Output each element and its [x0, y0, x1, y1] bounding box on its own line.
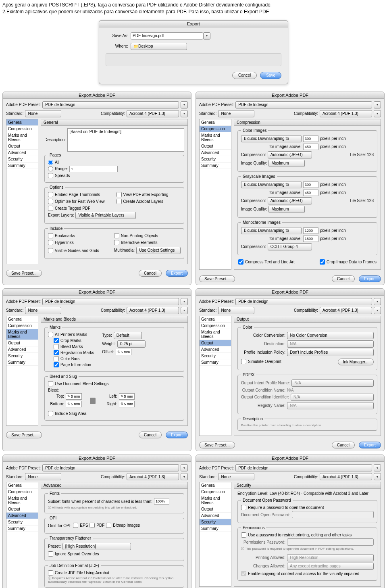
sidebar-item-general[interactable]: General — [200, 482, 231, 489]
sidebar-item-compression[interactable]: Compression — [200, 489, 231, 495]
sidebar-item-security[interactable]: Security — [200, 519, 231, 525]
preset-select[interactable]: PDF de Indesign — [235, 101, 372, 108]
save-as-dropdown[interactable] — [203, 32, 210, 40]
nonprinting-check[interactable]: Non-Printing Objects — [114, 233, 181, 238]
subset-input[interactable] — [154, 498, 169, 505]
preset-arrow[interactable] — [181, 464, 188, 471]
sidebar-item-summary[interactable]: Summary — [6, 525, 38, 532]
bookmarks-check[interactable]: Bookmarks — [48, 233, 110, 238]
sidebar-item-advanced[interactable]: Advanced — [200, 513, 231, 519]
sidebar-item-output[interactable]: Output — [200, 506, 231, 513]
cancel-button[interactable]: Cancel — [332, 442, 355, 448]
reg-marks-check[interactable]: Registration Marks — [54, 350, 94, 355]
sidebar-item-advanced[interactable]: Advanced — [6, 346, 38, 353]
preset-arrow[interactable] — [374, 101, 381, 108]
bleed-left[interactable]: 5 mm — [119, 393, 135, 400]
preset-select[interactable]: PDF de Indesign — [42, 101, 179, 108]
compat-select[interactable]: Acrobat 4 (PDF 1.3) — [320, 110, 372, 117]
above-value[interactable] — [303, 236, 318, 242]
compat-arrow[interactable] — [374, 307, 381, 314]
cancel-button[interactable]: Cancel — [139, 270, 162, 277]
sidebar-item-advanced[interactable]: Advanced — [200, 150, 231, 156]
sidebar-item-marks-and-bleeds[interactable]: Marks and Bleeds — [200, 495, 231, 506]
preset-select[interactable]: PDF de Indesign — [235, 298, 372, 305]
guides-check[interactable]: Visible Guides and Grids — [48, 247, 110, 254]
compat-arrow[interactable] — [181, 110, 188, 117]
sidebar-item-general[interactable]: General — [6, 316, 38, 323]
export-button[interactable]: Export — [166, 432, 188, 438]
standard-select[interactable]: None — [25, 110, 61, 117]
ink-manager-button[interactable]: Ink Manager... — [338, 359, 374, 365]
sidebar-item-output[interactable]: Output — [6, 340, 38, 346]
compat-arrow[interactable] — [374, 473, 381, 480]
sidebar-item-output[interactable]: Output — [6, 506, 38, 513]
page-info-check[interactable]: Page Information — [54, 362, 94, 367]
export-button[interactable]: Export — [359, 442, 381, 448]
preset-select[interactable]: PDF de Indesign — [42, 464, 179, 471]
sidebar-item-security[interactable]: Security — [6, 519, 38, 525]
compat-select[interactable]: Acrobat 4 (PDF 1.3) — [127, 307, 179, 314]
preset-select[interactable]: PDF de Indesign — [42, 298, 179, 305]
require-pw-check[interactable]: Require a password to open the document — [241, 505, 374, 510]
cancel-button[interactable]: Cancel — [139, 432, 162, 438]
sidebar-item-summary[interactable]: Summary — [200, 359, 231, 366]
range-input[interactable] — [69, 166, 118, 172]
view-after-check[interactable]: View PDF after Exporting — [117, 192, 181, 197]
downsample-value[interactable] — [303, 181, 318, 188]
sidebar-item-security[interactable]: Security — [6, 156, 38, 163]
multimedia-select[interactable]: Use Object Settings — [136, 247, 181, 254]
offset-stepper[interactable]: 5 mm — [116, 349, 132, 355]
quality-select[interactable]: Maximum — [268, 206, 305, 213]
preset-arrow[interactable] — [181, 101, 188, 108]
compat-arrow[interactable] — [181, 307, 188, 314]
bleed-right[interactable]: 5 mm — [119, 401, 135, 407]
sidebar-item-summary[interactable]: Summary — [200, 525, 231, 532]
use-doc-bleed-check[interactable]: Use Document Bleed Settings — [48, 381, 181, 386]
compat-select[interactable]: Acrobat 4 (PDF 1.3) — [320, 473, 372, 480]
sidebar-item-compression[interactable]: Compression — [200, 323, 231, 329]
sidebar-item-compression[interactable]: Compression — [6, 489, 38, 495]
use-perm-pw-check[interactable]: Use a password to restrict printing, edi… — [241, 532, 374, 538]
standard-select[interactable]: None — [218, 110, 254, 117]
interactive-check[interactable]: Interactive Elements — [114, 240, 181, 245]
compat-select[interactable]: Acrobat 4 (PDF 1.3) — [320, 307, 372, 314]
save-preset-button[interactable]: Save Preset... — [6, 270, 42, 277]
crop-marks-check[interactable]: Crop Marks — [54, 338, 94, 343]
above-value[interactable] — [303, 190, 318, 196]
sidebar-item-general[interactable]: General — [6, 119, 38, 126]
profile-select[interactable]: Don't Include Profiles — [287, 349, 374, 356]
range-radio[interactable] — [48, 166, 53, 171]
preset-arrow[interactable] — [374, 464, 381, 471]
preset-arrow[interactable] — [181, 298, 188, 305]
color-conv-select[interactable]: No Color Conversion — [287, 332, 374, 339]
embed-check[interactable]: Embed Page Thumbnails — [48, 192, 112, 197]
where-select[interactable]: 📁 Desktop — [131, 43, 187, 50]
compat-select[interactable]: Acrobat 4 (PDF 1.3) — [127, 473, 179, 480]
preset-select[interactable]: PDF de Indesign — [235, 464, 372, 471]
hyperlinks-check[interactable]: Hyperlinks — [48, 240, 110, 245]
bleed-marks-check[interactable]: Bleed Marks — [54, 344, 94, 349]
standard-select[interactable]: None — [218, 307, 254, 314]
crop-frames-check[interactable]: Crop Image Data to Frames — [320, 259, 377, 265]
export-button[interactable]: Export — [359, 275, 381, 282]
sidebar-item-security[interactable]: Security — [6, 353, 38, 359]
sidebar-item-output[interactable]: Output — [200, 340, 231, 346]
all-radio[interactable] — [48, 160, 53, 165]
description-box[interactable]: [Based on 'PDF de Indesign'] — [67, 128, 184, 152]
sidebar-item-marks-and-bleeds[interactable]: Marks and Bleeds — [200, 329, 231, 340]
sidebar-item-compression[interactable]: Compression — [6, 323, 38, 329]
marks-type-select[interactable]: Default — [114, 332, 142, 339]
acro-layers-check[interactable]: Create Acrobat Layers — [117, 199, 181, 204]
compression-select[interactable]: CCITT Group 4 — [268, 243, 312, 250]
sidebar-item-security[interactable]: Security — [200, 353, 231, 359]
spreads-check[interactable]: Spreads — [48, 173, 181, 178]
sidebar-item-summary[interactable]: Summary — [6, 163, 38, 169]
sidebar-item-output[interactable]: Output — [6, 143, 38, 150]
downsample-value[interactable] — [303, 136, 318, 142]
create-jdf-check[interactable]: Create JDF File Using Acrobat — [48, 570, 181, 575]
ignore-overrides-check[interactable]: Ignore Spread Overrides — [48, 551, 181, 557]
compression-select[interactable]: Automatic (JPEG) — [268, 197, 312, 204]
compat-arrow[interactable] — [374, 110, 381, 117]
sidebar-item-summary[interactable]: Summary — [200, 163, 231, 169]
save-as-input[interactable] — [131, 32, 203, 40]
